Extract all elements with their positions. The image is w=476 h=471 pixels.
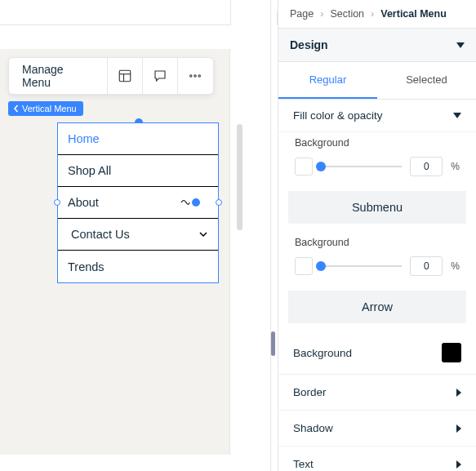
- animation-icon: [180, 198, 190, 207]
- menu-item-label: Shop All: [68, 164, 111, 177]
- submenu-section-title: Submenu: [288, 191, 466, 224]
- fill-opacity-label: Fill color & opacity: [293, 109, 383, 122]
- properties-panel: Page › Section › Vertical Menu Design Re…: [278, 0, 476, 471]
- opacity-unit: %: [451, 260, 460, 272]
- arrow-background-row[interactable]: Background: [278, 331, 476, 375]
- selection-handle-left[interactable]: [54, 199, 60, 206]
- menu-item-label: Contact Us: [71, 228, 130, 241]
- caret-right-icon: [456, 389, 461, 397]
- comment-icon[interactable]: [143, 58, 178, 94]
- background-label: Background: [295, 137, 460, 149]
- shadow-label: Shadow: [293, 422, 333, 434]
- border-row[interactable]: Border: [278, 375, 476, 411]
- svg-marker-6: [456, 42, 465, 48]
- text-label: Text: [293, 458, 314, 470]
- manage-menu-label: Manage Menu: [22, 63, 94, 89]
- slider-knob[interactable]: [316, 261, 326, 271]
- breadcrumb-page[interactable]: Page: [290, 8, 314, 20]
- menu-item-label: Trends: [68, 260, 105, 273]
- slider-knob[interactable]: [316, 162, 326, 171]
- element-badge-label: Vertical Menu: [22, 104, 77, 113]
- tab-label: Selected: [406, 73, 447, 86]
- panel-scrollbar[interactable]: [271, 331, 275, 356]
- manage-menu-button[interactable]: Manage Menu: [9, 58, 108, 94]
- caret-down-icon: [456, 42, 465, 48]
- tab-label: Regular: [309, 73, 347, 86]
- border-label: Border: [293, 386, 327, 398]
- svg-marker-7: [453, 113, 461, 118]
- svg-marker-10: [456, 460, 461, 469]
- menu-item-label: Home: [68, 132, 100, 145]
- arrow-background-swatch[interactable]: [442, 343, 461, 362]
- color-swatch[interactable]: [295, 158, 313, 176]
- background-label: Background: [295, 237, 460, 248]
- caret-right-icon: [456, 424, 461, 433]
- arrow-background-label: Background: [293, 347, 352, 359]
- canvas-scrollbar[interactable]: [237, 124, 242, 230]
- layout-icon[interactable]: [108, 58, 143, 94]
- chevron-left-icon: [13, 104, 20, 113]
- opacity-input[interactable]: 0: [410, 256, 443, 276]
- text-row[interactable]: Text: [278, 447, 476, 471]
- vertical-menu: Home Shop All About Contact Us Trends: [57, 122, 219, 283]
- design-label: Design: [290, 38, 328, 51]
- selection-handle-right[interactable]: [216, 199, 222, 206]
- selection-handle-dot[interactable]: [192, 198, 200, 207]
- opacity-value: 0: [424, 161, 429, 172]
- svg-point-5: [198, 75, 200, 77]
- menu-item-home[interactable]: Home: [58, 123, 218, 155]
- state-tabs: Regular Selected: [278, 62, 476, 100]
- section-title-label: Submenu: [352, 201, 403, 214]
- section-title-label: Arrow: [362, 300, 393, 313]
- design-accordion[interactable]: Design: [278, 28, 476, 62]
- opacity-slider[interactable]: [321, 265, 402, 267]
- menu-item-label: About: [68, 196, 99, 209]
- opacity-input[interactable]: 0: [410, 157, 443, 176]
- breadcrumb-section[interactable]: Section: [330, 8, 364, 20]
- menu-item-shop-all[interactable]: Shop All: [58, 155, 218, 187]
- breadcrumb-separator: ›: [320, 8, 323, 20]
- element-badge[interactable]: Vertical Menu: [8, 101, 83, 116]
- more-icon[interactable]: [178, 58, 213, 94]
- color-swatch[interactable]: [295, 257, 313, 275]
- opacity-unit: %: [451, 161, 460, 172]
- editor-canvas: Manage Menu Vertical Menu Home Shop All …: [0, 0, 271, 471]
- svg-rect-0: [119, 70, 131, 82]
- submenu-background-control: Background 0 %: [278, 232, 476, 287]
- element-toolbar: Manage Menu: [8, 57, 214, 95]
- tab-selected[interactable]: Selected: [377, 62, 476, 99]
- svg-marker-8: [456, 389, 461, 397]
- chevron-down-icon: [198, 229, 208, 239]
- fill-opacity-row[interactable]: Fill color & opacity: [278, 100, 476, 132]
- breadcrumb: Page › Section › Vertical Menu: [278, 0, 476, 28]
- svg-point-3: [190, 75, 192, 77]
- svg-point-4: [194, 75, 196, 77]
- caret-right-icon: [456, 460, 461, 469]
- background-control: Background 0 %: [278, 132, 476, 188]
- menu-subitem-contact-us[interactable]: Contact Us: [58, 219, 218, 251]
- tab-regular[interactable]: Regular: [278, 62, 377, 99]
- menu-item-trends[interactable]: Trends: [58, 251, 218, 282]
- svg-marker-9: [456, 424, 461, 433]
- shadow-row[interactable]: Shadow: [278, 411, 476, 447]
- arrow-section-title: Arrow: [288, 291, 466, 323]
- opacity-slider[interactable]: [321, 166, 402, 167]
- menu-item-about[interactable]: About: [58, 187, 218, 219]
- breadcrumb-current: Vertical Menu: [380, 8, 447, 20]
- caret-down-icon: [453, 113, 461, 118]
- breadcrumb-separator: ›: [371, 8, 374, 20]
- opacity-value: 0: [424, 260, 429, 272]
